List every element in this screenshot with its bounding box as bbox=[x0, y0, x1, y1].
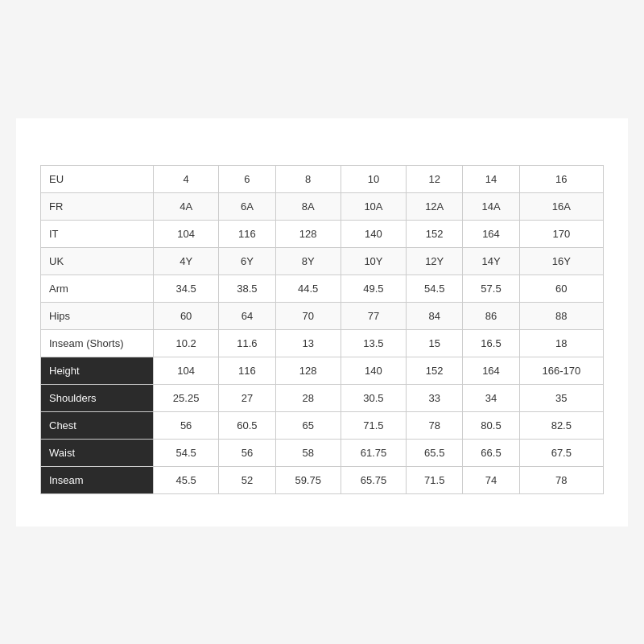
row-label-uk: UK bbox=[41, 247, 154, 275]
dark-cell: 27 bbox=[219, 384, 275, 411]
cell: 14A bbox=[463, 192, 519, 220]
cell: 10Y bbox=[341, 247, 406, 275]
dark-cell: 166-170 bbox=[519, 357, 603, 384]
dark-cell: 71.5 bbox=[341, 411, 406, 439]
dark-cell: 25.25 bbox=[154, 384, 219, 411]
cell: 12A bbox=[407, 192, 463, 220]
cell: 18 bbox=[519, 329, 603, 357]
cell: 88 bbox=[519, 302, 603, 329]
cell: 6Y bbox=[219, 247, 275, 275]
dark-row-label-chest: Chest bbox=[41, 411, 154, 439]
dark-row-label-shoulders: Shoulders bbox=[41, 384, 154, 411]
col-header-12: 12 bbox=[407, 165, 463, 192]
dark-cell: 65.75 bbox=[341, 466, 406, 493]
cell: 104 bbox=[154, 220, 219, 247]
cell: 4A bbox=[154, 192, 219, 220]
cell: 14Y bbox=[463, 247, 519, 275]
cell: 11.6 bbox=[219, 329, 275, 357]
col-header-10: 10 bbox=[341, 165, 406, 192]
dark-cell: 74 bbox=[463, 466, 519, 493]
cell: 13.5 bbox=[341, 329, 406, 357]
cell: 38.5 bbox=[219, 275, 275, 302]
cell: 16Y bbox=[519, 247, 603, 275]
dark-cell: 30.5 bbox=[341, 384, 406, 411]
dark-cell: 104 bbox=[154, 357, 219, 384]
dark-cell: 52 bbox=[219, 466, 275, 493]
dark-cell: 59.75 bbox=[275, 466, 341, 493]
cell: 4Y bbox=[154, 247, 219, 275]
dark-cell: 66.5 bbox=[463, 439, 519, 466]
size-table: EU46810121416FR4A6A8A10A12A14A16AIT10411… bbox=[40, 165, 604, 494]
row-label-hips: Hips bbox=[41, 302, 154, 329]
cell: 16.5 bbox=[463, 329, 519, 357]
col-header-16: 16 bbox=[519, 165, 603, 192]
cell: 34.5 bbox=[154, 275, 219, 302]
col-header-label: EU bbox=[41, 165, 154, 192]
dark-cell: 33 bbox=[407, 384, 463, 411]
dark-row-label-height: Height bbox=[41, 357, 154, 384]
dark-cell: 71.5 bbox=[407, 466, 463, 493]
cell: 16A bbox=[519, 192, 603, 220]
dark-cell: 78 bbox=[407, 411, 463, 439]
dark-cell: 80.5 bbox=[463, 411, 519, 439]
row-label-it: IT bbox=[41, 220, 154, 247]
cell: 60 bbox=[519, 275, 603, 302]
page-wrapper: EU46810121416FR4A6A8A10A12A14A16AIT10411… bbox=[16, 118, 628, 526]
dark-cell: 82.5 bbox=[519, 411, 603, 439]
cell: 152 bbox=[407, 220, 463, 247]
col-header-14: 14 bbox=[463, 165, 519, 192]
dark-row-label-waist: Waist bbox=[41, 439, 154, 466]
cell: 164 bbox=[463, 220, 519, 247]
cell: 10.2 bbox=[154, 329, 219, 357]
dark-cell: 128 bbox=[275, 357, 341, 384]
cell: 44.5 bbox=[275, 275, 341, 302]
dark-cell: 152 bbox=[407, 357, 463, 384]
dark-cell: 54.5 bbox=[154, 439, 219, 466]
dark-cell: 65 bbox=[275, 411, 341, 439]
cell: 77 bbox=[341, 302, 406, 329]
dark-cell: 35 bbox=[519, 384, 603, 411]
cell: 116 bbox=[219, 220, 275, 247]
dark-cell: 56 bbox=[154, 411, 219, 439]
dark-cell: 116 bbox=[219, 357, 275, 384]
dark-cell: 67.5 bbox=[519, 439, 603, 466]
dark-cell: 34 bbox=[463, 384, 519, 411]
dark-cell: 140 bbox=[341, 357, 406, 384]
cell: 13 bbox=[275, 329, 341, 357]
dark-cell: 164 bbox=[463, 357, 519, 384]
cell: 170 bbox=[519, 220, 603, 247]
cell: 10A bbox=[341, 192, 406, 220]
col-header-4: 4 bbox=[154, 165, 219, 192]
dark-cell: 65.5 bbox=[407, 439, 463, 466]
cell: 64 bbox=[219, 302, 275, 329]
cell: 128 bbox=[275, 220, 341, 247]
row-label-arm: Arm bbox=[41, 275, 154, 302]
dark-cell: 28 bbox=[275, 384, 341, 411]
cell: 15 bbox=[407, 329, 463, 357]
dark-cell: 58 bbox=[275, 439, 341, 466]
dark-cell: 78 bbox=[519, 466, 603, 493]
row-label-fr: FR bbox=[41, 192, 154, 220]
cell: 57.5 bbox=[463, 275, 519, 302]
dark-cell: 61.75 bbox=[341, 439, 406, 466]
cell: 70 bbox=[275, 302, 341, 329]
dark-row-label-inseam: Inseam bbox=[41, 466, 154, 493]
cell: 140 bbox=[341, 220, 406, 247]
dark-cell: 60.5 bbox=[219, 411, 275, 439]
cell: 84 bbox=[407, 302, 463, 329]
col-header-8: 8 bbox=[275, 165, 341, 192]
cell: 12Y bbox=[407, 247, 463, 275]
dark-cell: 56 bbox=[219, 439, 275, 466]
col-header-6: 6 bbox=[219, 165, 275, 192]
dark-cell: 45.5 bbox=[154, 466, 219, 493]
cell: 54.5 bbox=[407, 275, 463, 302]
row-label-inseam-(shorts): Inseam (Shorts) bbox=[41, 329, 154, 357]
cell: 86 bbox=[463, 302, 519, 329]
cell: 60 bbox=[154, 302, 219, 329]
cell: 8Y bbox=[275, 247, 341, 275]
cell: 6A bbox=[219, 192, 275, 220]
cell: 49.5 bbox=[341, 275, 406, 302]
cell: 8A bbox=[275, 192, 341, 220]
